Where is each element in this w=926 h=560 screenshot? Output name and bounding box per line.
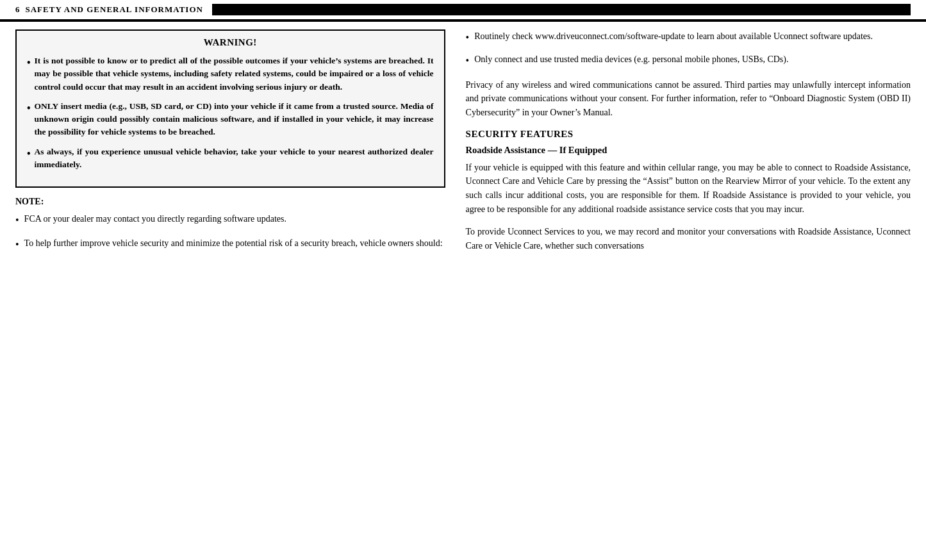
list-item: • As always, if you experience unusual v…	[27, 145, 434, 172]
roadside-para-1: If your vehicle is equipped with this fe…	[466, 161, 911, 217]
note-item-text: FCA or your dealer may contact you direc…	[24, 212, 286, 226]
roadside-assistance-title: Roadside Assistance — If Equipped	[466, 145, 911, 156]
bullet-icon: •	[27, 55, 31, 70]
security-features-title: SECURITY FEATURES	[466, 129, 911, 140]
right-bullet-text: Only connect and use trusted media devic…	[474, 53, 788, 67]
list-item: • FCA or your dealer may contact you dir…	[15, 212, 445, 229]
bullet-icon: •	[15, 237, 19, 253]
note-label: NOTE:	[15, 197, 445, 207]
right-bullets-list: • Routinely check www.driveuconnect.com/…	[466, 29, 911, 69]
note-section: NOTE: • FCA or your dealer may contact y…	[15, 197, 445, 253]
bullet-icon: •	[466, 30, 470, 46]
warning-list: • It is not possible to know or to predi…	[27, 54, 434, 171]
left-column: WARNING! • It is not possible to know or…	[15, 29, 445, 560]
page: 6 SAFETY AND GENERAL INFORMATION WARNING…	[0, 0, 926, 560]
list-item: • Routinely check www.driveuconnect.com/…	[466, 29, 911, 46]
content-columns: WARNING! • It is not possible to know or…	[0, 29, 926, 560]
warning-box: WARNING! • It is not possible to know or…	[15, 29, 445, 188]
bullet-icon: •	[15, 213, 19, 229]
header-title: SAFETY AND GENERAL INFORMATION	[26, 4, 203, 15]
note-list: • FCA or your dealer may contact you dir…	[15, 212, 445, 253]
bullet-icon: •	[27, 101, 31, 116]
warning-title: WARNING!	[27, 37, 434, 48]
bullet-icon: •	[27, 146, 31, 161]
page-header: 6 SAFETY AND GENERAL INFORMATION	[0, 0, 926, 22]
warning-item-text: ONLY insert media (e.g., USB, SD card, o…	[35, 100, 434, 139]
warning-item-text: As always, if you experience unusual veh…	[35, 145, 434, 172]
roadside-para-2: To provide Uconnect Services to you, we …	[466, 225, 911, 252]
list-item: • To help further improve vehicle securi…	[15, 236, 445, 253]
header-bar	[212, 4, 911, 15]
note-item-text: To help further improve vehicle security…	[24, 236, 443, 251]
list-item: • ONLY insert media (e.g., USB, SD card,…	[27, 100, 434, 139]
right-column: • Routinely check www.driveuconnect.com/…	[466, 29, 911, 560]
warning-item-text: It is not possible to know or to predict…	[35, 54, 434, 94]
page-number-title: 6	[15, 4, 21, 15]
list-item: • It is not possible to know or to predi…	[27, 54, 434, 94]
privacy-paragraph: Privacy of any wireless and wired commun…	[466, 78, 911, 120]
list-item: • Only connect and use trusted media dev…	[466, 53, 911, 69]
right-bullet-text: Routinely check www.driveuconnect.com/so…	[474, 29, 873, 44]
bullet-icon: •	[466, 53, 470, 69]
